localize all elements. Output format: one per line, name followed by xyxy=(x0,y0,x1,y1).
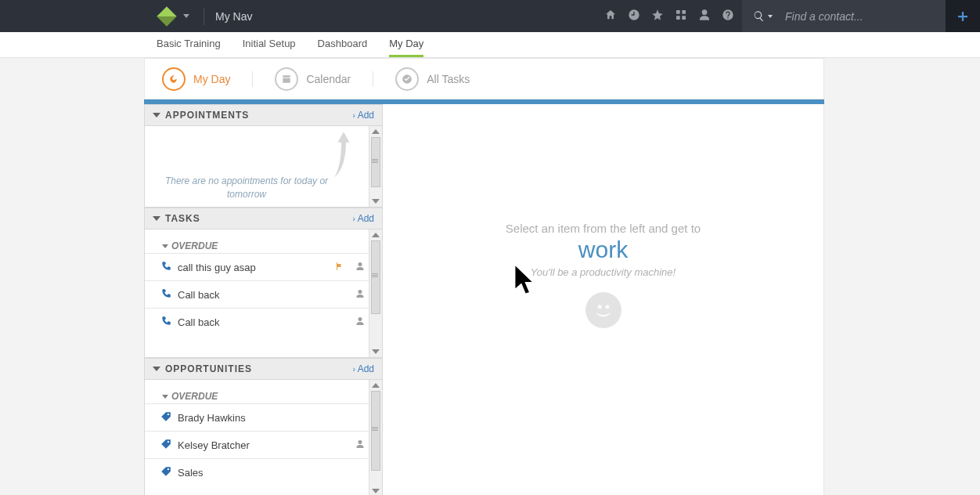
opportunity-label: Brady Hawkins xyxy=(178,412,246,424)
fire-icon xyxy=(162,67,186,91)
calendar-icon xyxy=(275,67,298,91)
add-appointment-link[interactable]: Add xyxy=(353,110,374,121)
search-area[interactable] xyxy=(742,0,946,32)
empty-state-word: work xyxy=(383,237,823,263)
top-bar: My Nav xyxy=(0,0,980,32)
user-icon[interactable] xyxy=(698,9,711,24)
tasks-icon xyxy=(395,67,419,91)
app-title[interactable]: My Nav xyxy=(215,10,252,23)
add-new-button[interactable] xyxy=(946,0,980,32)
tag-icon xyxy=(160,411,178,425)
opportunity-label: Kelsey Bratcher xyxy=(178,439,250,451)
tag-icon xyxy=(160,439,178,452)
app-switcher[interactable] xyxy=(157,9,193,23)
nav-initial-setup[interactable]: Initial Setup xyxy=(243,32,296,57)
scrollbar[interactable] xyxy=(369,126,382,207)
appointments-list: There are no appointments for today or t… xyxy=(144,126,383,208)
view-tabs: My Day Calendar All Tasks xyxy=(144,58,824,99)
task-item[interactable]: Call back xyxy=(145,280,382,308)
task-label: Call back xyxy=(178,316,219,328)
left-column: APPOINTMENTS Add There are no appointmen… xyxy=(144,104,383,495)
section-title: TASKS xyxy=(165,213,200,224)
tasks-group-overdue[interactable]: OVERDUE xyxy=(145,229,382,253)
phone-icon xyxy=(160,316,178,329)
collapse-icon xyxy=(162,244,168,248)
scrollbar[interactable] xyxy=(369,229,382,357)
logo-icon xyxy=(157,6,176,26)
nav-my-day[interactable]: My Day xyxy=(389,32,423,57)
person-icon xyxy=(355,289,365,301)
person-icon xyxy=(355,262,365,273)
tasks-header[interactable]: TASKS Add xyxy=(144,208,383,229)
topbar-left: My Nav xyxy=(0,0,252,32)
appointments-header[interactable]: APPOINTMENTS Add xyxy=(144,104,383,126)
search-icon xyxy=(753,10,765,22)
detail-pane: Select an item from the left and get to … xyxy=(383,104,824,495)
section-title: OPPORTUNITIES xyxy=(165,363,252,374)
svg-point-0 xyxy=(591,298,615,322)
tag-icon xyxy=(160,466,178,479)
svg-point-2 xyxy=(605,305,609,309)
empty-state: Select an item from the left and get to … xyxy=(383,222,823,328)
divider xyxy=(252,71,253,87)
phone-icon xyxy=(160,261,178,274)
task-label: Call back xyxy=(178,289,219,301)
clock-icon[interactable] xyxy=(628,9,640,24)
task-item[interactable]: call this guy asap xyxy=(145,253,382,280)
opps-group-overdue[interactable]: OVERDUE xyxy=(145,380,382,403)
hint-arrow-icon xyxy=(332,131,355,189)
empty-state-line2: You'll be a productivity machine! xyxy=(383,266,823,278)
opportunity-item[interactable]: Brady Hawkins xyxy=(145,403,382,431)
star-icon[interactable] xyxy=(651,9,664,24)
subtab-all-tasks[interactable]: All Tasks xyxy=(378,59,487,99)
subtab-label: All Tasks xyxy=(427,73,470,85)
collapse-icon xyxy=(153,113,160,117)
empty-state-line1: Select an item from the left and get to xyxy=(383,222,823,235)
subtab-my-day[interactable]: My Day xyxy=(145,59,247,99)
divider xyxy=(373,71,373,87)
opportunity-item[interactable]: Sales xyxy=(145,458,382,486)
group-label: OVERDUE xyxy=(171,240,218,251)
nav-basic-training[interactable]: Basic Training xyxy=(157,32,221,57)
subtab-calendar[interactable]: Calendar xyxy=(258,59,368,99)
tasks-list: OVERDUE call this guy asap Call back Cal… xyxy=(144,229,383,358)
task-item[interactable]: Call back xyxy=(145,308,382,335)
phone-icon xyxy=(160,288,178,302)
group-label: OVERDUE xyxy=(171,391,218,402)
topbar-icons xyxy=(252,0,742,32)
home-icon[interactable] xyxy=(604,9,617,24)
main-nav: Basic Training Initial Setup Dashboard M… xyxy=(0,32,980,58)
task-label: call this guy asap xyxy=(178,262,256,273)
collapse-icon xyxy=(153,367,160,371)
add-task-link[interactable]: Add xyxy=(353,213,374,224)
smiley-icon xyxy=(585,292,622,328)
subtab-label: My Day xyxy=(193,73,230,85)
subtab-label: Calendar xyxy=(306,73,351,85)
svg-point-1 xyxy=(597,305,601,309)
opportunities-list: OVERDUE Brady Hawkins Kelsey Bratcher Sa… xyxy=(144,380,383,495)
add-opportunity-link[interactable]: Add xyxy=(353,363,374,374)
collapse-icon xyxy=(162,395,168,399)
person-icon xyxy=(355,316,365,328)
scrollbar[interactable] xyxy=(369,380,382,495)
divider xyxy=(204,8,204,25)
nav-dashboard[interactable]: Dashboard xyxy=(318,32,368,57)
grid-icon[interactable] xyxy=(675,9,687,24)
section-title: APPOINTMENTS xyxy=(165,110,249,121)
collapse-icon xyxy=(153,216,160,221)
search-input[interactable] xyxy=(784,9,912,23)
opportunity-label: Sales xyxy=(178,467,204,479)
person-icon xyxy=(355,439,365,451)
chevron-down-icon xyxy=(768,15,773,18)
opportunities-header[interactable]: OPPORTUNITIES Add xyxy=(144,358,383,380)
chevron-down-icon xyxy=(183,14,189,18)
opportunity-item[interactable]: Kelsey Bratcher xyxy=(145,431,382,458)
help-icon[interactable] xyxy=(722,9,734,24)
appointments-empty-text: There are no appointments for today or t… xyxy=(145,126,348,201)
flag-icon xyxy=(335,262,344,273)
